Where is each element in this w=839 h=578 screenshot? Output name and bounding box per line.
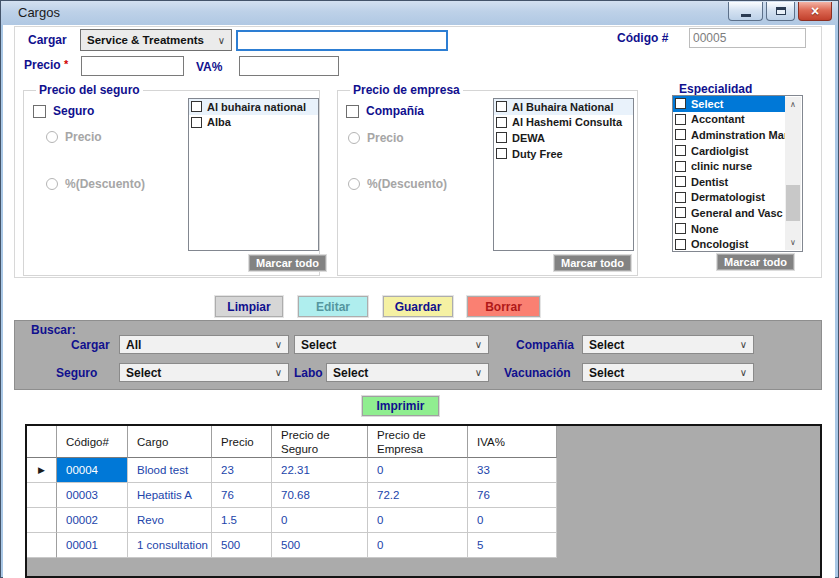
- scroll-up-icon[interactable]: ∧: [785, 97, 801, 112]
- list-item[interactable]: Adminstration Man: [673, 127, 785, 143]
- minimize-button[interactable]: [728, 2, 763, 21]
- grid-cell[interactable]: 72.2: [368, 483, 468, 508]
- cargar-type-combobox[interactable]: Service & Treatments ∨: [80, 29, 232, 51]
- empresa-marcar-todo-button[interactable]: Marcar todo: [554, 255, 631, 271]
- grid-cell[interactable]: 23: [212, 458, 272, 483]
- grid-cell[interactable]: 00003: [57, 483, 128, 508]
- column-header-iva[interactable]: IVA%: [468, 426, 557, 458]
- list-item[interactable]: Select: [673, 96, 785, 112]
- scrollbar-thumb[interactable]: [786, 185, 800, 221]
- list-item[interactable]: General and Vasc: [673, 205, 785, 221]
- empresa-companies-list: Al Buhaira National Al Hashemi Consulta …: [493, 98, 634, 251]
- grid-cell[interactable]: 0: [272, 508, 368, 533]
- chevron-down-icon: ∨: [475, 367, 482, 378]
- seguro-marcar-todo-button[interactable]: Marcar todo: [249, 255, 326, 271]
- borrar-button[interactable]: Borrar: [467, 296, 540, 317]
- grid-cell[interactable]: Revo: [128, 508, 212, 533]
- list-item[interactable]: Duty Free: [494, 146, 633, 162]
- column-header-precio[interactable]: Precio: [212, 426, 272, 458]
- buscar-panel: Buscar: Cargar All ∨ Select ∨ Compañía S…: [14, 320, 822, 390]
- row-selector[interactable]: [27, 483, 57, 508]
- grid-cell[interactable]: 0: [368, 533, 468, 558]
- seguro-radio-precio[interactable]: Precio: [46, 130, 102, 144]
- especialidad-scrollbar[interactable]: ∧ ∨: [785, 97, 801, 250]
- seguro-checkbox[interactable]: Seguro: [33, 104, 94, 118]
- checkbox-icon: [496, 101, 507, 112]
- form-client-area: Cargar Service & Treatments ∨ Código # P…: [3, 25, 835, 578]
- grid-cell-selected[interactable]: 00004: [57, 458, 128, 483]
- buscar-vacunacion-combobox[interactable]: Select ∨: [582, 363, 754, 382]
- list-item[interactable]: Dentist: [673, 174, 785, 190]
- grid-selector-header: [27, 426, 57, 458]
- editar-button[interactable]: Editar: [298, 296, 368, 317]
- column-header-precio-empresa[interactable]: Precio de Empresa: [368, 426, 468, 458]
- close-button[interactable]: ×: [798, 2, 832, 21]
- precio-input[interactable]: [81, 56, 184, 76]
- grid-cell[interactable]: 33: [468, 458, 557, 483]
- checkbox-icon: [496, 132, 507, 143]
- grid-cell[interactable]: 00002: [57, 508, 128, 533]
- buscar-cargo-combobox[interactable]: Select ∨: [294, 335, 489, 354]
- grid-cell[interactable]: 1 consultation 10: [128, 533, 212, 558]
- cargar-label: Cargar: [28, 33, 67, 47]
- grid-cell[interactable]: 0: [468, 508, 557, 533]
- column-header-codigo[interactable]: Código#: [57, 426, 128, 458]
- guardar-button[interactable]: Guardar: [383, 296, 453, 317]
- list-item[interactable]: DEWA: [494, 130, 633, 146]
- radio-icon: [348, 178, 360, 190]
- column-header-cargo[interactable]: Cargo: [128, 426, 212, 458]
- list-item[interactable]: Dermatologist: [673, 190, 785, 206]
- grid-cell[interactable]: 00001: [57, 533, 128, 558]
- buscar-compania-combobox[interactable]: Select ∨: [582, 335, 754, 354]
- empresa-radio-descuento[interactable]: %(Descuento): [348, 177, 447, 191]
- row-selector[interactable]: [27, 508, 57, 533]
- grid-cell[interactable]: 0: [368, 458, 468, 483]
- list-item[interactable]: Al Buhaira National: [494, 99, 633, 115]
- buscar-labo-combobox[interactable]: Select ∨: [326, 363, 489, 382]
- grid-cell[interactable]: Hepatitis A: [128, 483, 212, 508]
- codigo-input[interactable]: [689, 28, 806, 48]
- especialidad-marcar-todo-button[interactable]: Marcar todo: [717, 254, 794, 270]
- list-item[interactable]: Alba: [189, 115, 318, 131]
- required-asterisk: *: [64, 58, 68, 70]
- grid-cell[interactable]: 76: [212, 483, 272, 508]
- chevron-down-icon: ∨: [740, 339, 747, 350]
- title-bar[interactable]: Cargos ×: [1, 1, 838, 25]
- buscar-cargar-combobox[interactable]: All ∨: [119, 335, 289, 354]
- empresa-radio-precio[interactable]: Precio: [348, 131, 404, 145]
- grid-cell[interactable]: 76: [468, 483, 557, 508]
- list-item[interactable]: Al Hashemi Consulta: [494, 115, 633, 131]
- buscar-vacunacion-label: Vacunación: [504, 366, 571, 380]
- maximize-button[interactable]: [766, 2, 795, 21]
- table-row: 00002 Revo 1.5 0 0 0: [27, 508, 557, 533]
- grid-cell[interactable]: 5: [468, 533, 557, 558]
- list-item[interactable]: Accontant: [673, 112, 785, 128]
- checkbox-icon: [675, 145, 686, 156]
- grid-cell[interactable]: 1.5: [212, 508, 272, 533]
- compania-checkbox[interactable]: Compañía: [346, 104, 424, 118]
- grid-cell[interactable]: Blood test: [128, 458, 212, 483]
- grid-cell[interactable]: 0: [368, 508, 468, 533]
- list-item[interactable]: Cardiolgist: [673, 143, 785, 159]
- radio-icon: [348, 132, 360, 144]
- list-item[interactable]: None: [673, 221, 785, 237]
- grid-cell[interactable]: 500: [272, 533, 368, 558]
- seguro-radio-descuento[interactable]: %(Descuento): [46, 177, 145, 191]
- grid-cell[interactable]: 500: [212, 533, 272, 558]
- list-item[interactable]: Oncologist: [673, 236, 785, 252]
- codigo-label: Código #: [617, 31, 668, 45]
- checkbox-icon: [675, 239, 686, 250]
- buscar-seguro-combobox[interactable]: Select ∨: [119, 363, 289, 382]
- va-percent-input[interactable]: [239, 56, 339, 76]
- cargo-name-input[interactable]: [236, 30, 448, 51]
- limpiar-button[interactable]: Limpiar: [215, 296, 283, 317]
- list-item[interactable]: Al buhaira national: [189, 99, 318, 115]
- list-item[interactable]: clinic nurse: [673, 158, 785, 174]
- scroll-down-icon[interactable]: ∨: [785, 235, 801, 250]
- row-selector[interactable]: ▶: [27, 458, 57, 483]
- grid-cell[interactable]: 70.68: [272, 483, 368, 508]
- imprimir-button[interactable]: Imprimir: [362, 396, 439, 416]
- row-selector[interactable]: [27, 533, 57, 558]
- grid-cell[interactable]: 22.31: [272, 458, 368, 483]
- column-header-precio-seguro[interactable]: Precio de Seguro: [272, 426, 368, 458]
